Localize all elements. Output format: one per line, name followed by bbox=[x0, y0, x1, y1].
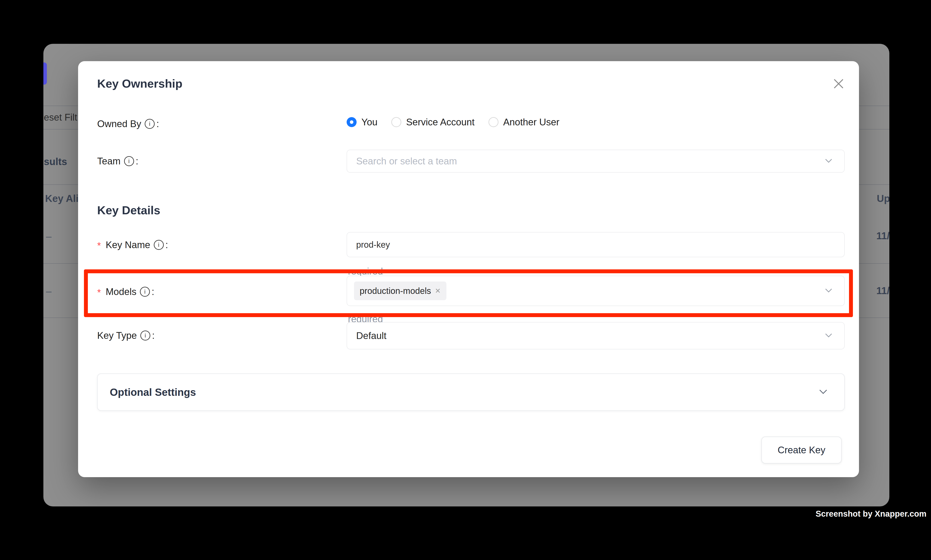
table-row-cell-dash: – bbox=[46, 285, 52, 297]
modal-title-key-ownership: Key Ownership bbox=[97, 77, 182, 90]
label-colon: : bbox=[152, 330, 155, 341]
create-key-modal: Key Ownership Owned By i : You Service A… bbox=[78, 61, 859, 477]
info-icon[interactable]: i bbox=[154, 240, 164, 250]
label-colon: : bbox=[152, 286, 154, 297]
info-icon[interactable]: i bbox=[145, 119, 155, 129]
models-label: * Models i : bbox=[97, 286, 154, 297]
key-name-label: * Key Name i : bbox=[97, 240, 168, 250]
key-type-value: Default bbox=[356, 330, 386, 341]
chevron-down-icon bbox=[825, 158, 833, 164]
key-type-label: Key Type i : bbox=[97, 330, 155, 341]
models-select[interactable]: production-models ✕ bbox=[347, 276, 845, 306]
table-header-updated: Up bbox=[877, 192, 889, 204]
radio-another-user[interactable]: Another User bbox=[488, 117, 559, 128]
label-colon: : bbox=[136, 156, 138, 166]
close-icon[interactable] bbox=[833, 78, 845, 90]
owned-by-label-text: Owned By bbox=[97, 118, 141, 129]
results-count-fragment: sults bbox=[44, 156, 67, 168]
key-name-validation-message: required bbox=[348, 266, 383, 277]
owned-by-label: Owned By i : bbox=[97, 118, 159, 129]
owned-by-radio-group: You Service Account Another User bbox=[347, 117, 559, 128]
models-label-text: Models bbox=[106, 286, 137, 297]
xnapper-watermark: Screenshot by Xnapper.com bbox=[816, 509, 926, 518]
radio-unselected-icon[interactable] bbox=[391, 117, 401, 127]
selected-model-tag: production-models ✕ bbox=[354, 282, 446, 300]
key-name-value: prod-key bbox=[356, 240, 390, 250]
key-type-select[interactable]: Default bbox=[347, 322, 845, 349]
team-select-placeholder: Search or select a team bbox=[356, 156, 457, 166]
table-row-cell-date: 11/ bbox=[876, 285, 889, 297]
selected-model-tag-label: production-models bbox=[360, 286, 431, 296]
team-select[interactable]: Search or select a team bbox=[347, 150, 845, 172]
section-title-key-details: Key Details bbox=[97, 203, 160, 217]
info-icon[interactable]: i bbox=[140, 287, 150, 297]
radio-another-user-label: Another User bbox=[503, 117, 559, 128]
key-name-input[interactable]: prod-key bbox=[347, 232, 845, 257]
create-key-button[interactable]: Create Key bbox=[762, 437, 842, 463]
team-label-text: Team bbox=[97, 156, 121, 166]
optional-settings-label: Optional Settings bbox=[110, 386, 196, 398]
table-row-cell-date: 11/ bbox=[876, 230, 889, 242]
info-icon[interactable]: i bbox=[124, 156, 134, 166]
radio-service-account-label: Service Account bbox=[406, 117, 475, 128]
key-name-label-text: Key Name bbox=[106, 240, 150, 250]
label-colon: : bbox=[156, 118, 159, 129]
team-label: Team i : bbox=[97, 156, 138, 166]
clipped-blue-button-fragment bbox=[43, 63, 47, 85]
optional-settings-toggle[interactable]: Optional Settings bbox=[97, 374, 845, 411]
reset-filters-button-fragment[interactable]: eset Filt bbox=[44, 112, 77, 123]
screenshot-canvas: { "watermark": "Screenshot by Xnapper.co… bbox=[0, 0, 931, 560]
radio-service-account[interactable]: Service Account bbox=[391, 117, 475, 128]
key-type-label-text: Key Type bbox=[97, 330, 137, 341]
info-icon[interactable]: i bbox=[140, 331, 150, 340]
radio-unselected-icon[interactable] bbox=[488, 117, 499, 127]
remove-tag-icon[interactable]: ✕ bbox=[435, 287, 441, 295]
chevron-down-icon bbox=[825, 333, 833, 339]
required-asterisk: * bbox=[97, 287, 101, 298]
radio-selected-icon[interactable] bbox=[347, 117, 357, 127]
label-colon: : bbox=[166, 240, 168, 250]
radio-you[interactable]: You bbox=[347, 117, 377, 128]
table-row-cell-dash: – bbox=[46, 230, 52, 242]
radio-you-label: You bbox=[362, 117, 377, 128]
chevron-down-icon bbox=[825, 288, 833, 294]
chevron-down-icon bbox=[819, 389, 828, 395]
required-asterisk: * bbox=[97, 240, 101, 251]
